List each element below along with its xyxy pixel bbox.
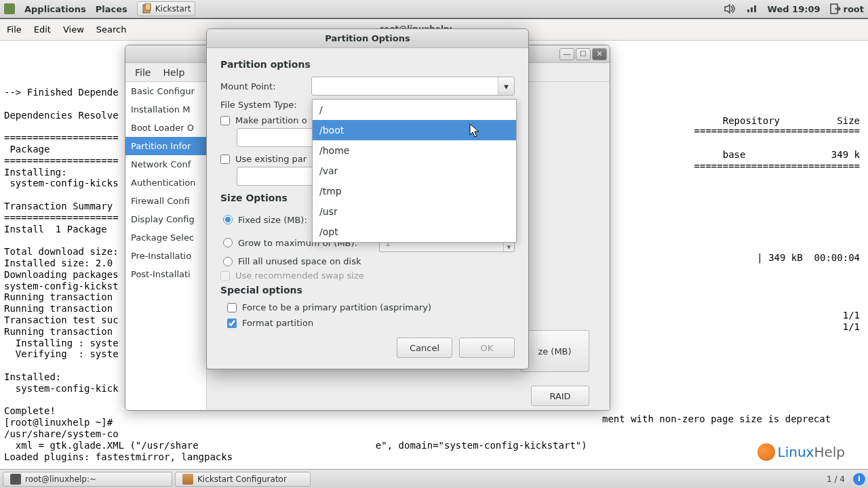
sidebar-item-firewall[interactable]: Firewall Confi <box>125 192 206 210</box>
dropdown-option-opt[interactable]: /opt <box>313 222 516 242</box>
kickstart-sidebar: Basic Configur Installation M Boot Loade… <box>125 82 207 410</box>
mount-point-dropdown[interactable]: / /boot /home /var /tmp /usr /opt <box>312 99 517 243</box>
terminal-menu-file[interactable]: File <box>7 24 22 35</box>
mount-point-combo[interactable]: ▾ <box>311 77 515 96</box>
section-special-options: Special options <box>220 285 515 296</box>
chevron-down-icon[interactable]: ▾ <box>498 77 514 95</box>
sidebar-item-package[interactable]: Package Selec <box>125 228 206 247</box>
terminal-icon <box>10 474 21 485</box>
terminal-menu-search[interactable]: Search <box>96 24 127 35</box>
primary-checkbox[interactable] <box>227 303 237 312</box>
format-label: Format partition <box>242 318 313 328</box>
swap-label: Use recommended swap size <box>235 270 364 281</box>
sidebar-item-install[interactable]: Installation M <box>125 100 206 119</box>
sidebar-item-pre[interactable]: Pre-Installatio <box>125 247 206 265</box>
fixed-size-radio[interactable] <box>223 215 233 224</box>
linuxhelp-watermark: LinuxHelp <box>757 443 846 461</box>
fill-label: Fill all unused space on disk <box>238 256 361 266</box>
ks-menu-file[interactable]: File <box>135 67 151 78</box>
menu-places[interactable]: Places <box>96 4 127 14</box>
use-existing-checkbox[interactable] <box>220 155 230 164</box>
taskbar-app-kickstart[interactable]: Kickstart <box>137 1 196 16</box>
size-mb-panel: ze (MB) <box>520 330 589 372</box>
sidebar-item-basic[interactable]: Basic Configur <box>125 82 206 100</box>
sidebar-item-display[interactable]: Display Config <box>125 210 206 228</box>
minimize-button[interactable]: ― <box>559 48 574 60</box>
info-icon[interactable]: i <box>853 473 865 485</box>
user-menu[interactable]: root <box>830 3 865 14</box>
close-button[interactable]: ✕ <box>592 48 607 60</box>
fixed-size-label: Fixed size (MB): <box>238 215 307 225</box>
terminal-menu-edit[interactable]: Edit <box>34 24 51 35</box>
raid-button[interactable]: RAID <box>531 386 589 406</box>
format-checkbox[interactable] <box>227 319 237 328</box>
menu-applications[interactable]: Applications <box>24 4 86 14</box>
dropdown-option-root[interactable]: / <box>313 100 516 120</box>
stepper-down-icon: ▼ <box>503 243 514 251</box>
sidebar-item-network[interactable]: Network Conf <box>125 155 206 174</box>
kickstart-icon <box>142 3 153 14</box>
network-icon[interactable] <box>746 4 758 14</box>
clock[interactable]: Wed 19:09 <box>768 4 821 14</box>
dropdown-option-boot[interactable]: /boot <box>313 120 516 140</box>
ks-menu-help[interactable]: Help <box>163 67 184 78</box>
maximize-button[interactable]: ☐ <box>576 48 591 60</box>
linuxhelp-icon <box>757 443 775 461</box>
sidebar-item-post[interactable]: Post-Installati <box>125 265 206 283</box>
primary-label: Force to be a primary partition (asprima… <box>242 302 431 312</box>
cancel-button[interactable]: Cancel <box>397 338 452 358</box>
dropdown-option-tmp[interactable]: /tmp <box>313 181 516 201</box>
bottom-panel: root@linuxhelp:~ Kickstart Configurator … <box>0 469 868 488</box>
use-existing-label: Use existing par <box>235 154 307 164</box>
workspace-indicator[interactable]: 1 / 4 <box>823 474 849 484</box>
mount-point-label: Mount Point: <box>220 81 304 92</box>
logout-icon <box>830 3 841 14</box>
terminal-right-column: Repository Size ========================… <box>670 62 860 176</box>
fs-type-label: File System Type: <box>220 100 304 110</box>
dialog-title: Partition Options <box>207 29 528 48</box>
swap-checkbox <box>220 271 230 281</box>
section-partition-options: Partition options <box>220 59 515 70</box>
make-partition-label: Make partition o <box>235 115 307 125</box>
task-kickstart[interactable]: Kickstart Configurator <box>175 472 311 487</box>
sidebar-item-auth[interactable]: Authentication <box>125 174 206 192</box>
task-terminal[interactable]: root@linuxhelp:~ <box>3 472 172 487</box>
taskbar-app-label: Kickstart <box>155 4 191 14</box>
dropdown-option-home[interactable]: /home <box>313 140 516 161</box>
dropdown-option-usr[interactable]: /usr <box>313 201 516 222</box>
gnome-foot-icon <box>4 3 15 14</box>
grow-radio[interactable] <box>223 238 233 247</box>
kickstart-task-icon <box>182 474 193 485</box>
user-label: root <box>844 4 865 14</box>
sidebar-item-partition[interactable]: Partition Infor <box>125 137 206 155</box>
svg-rect-1 <box>145 3 151 10</box>
terminal-menu-view[interactable]: View <box>63 24 84 35</box>
make-partition-checkbox[interactable] <box>220 116 230 125</box>
volume-icon[interactable] <box>724 4 736 14</box>
fill-radio[interactable] <box>223 257 233 266</box>
ok-button[interactable]: OK <box>459 338 515 358</box>
top-panel: Applications Places Kickstart Wed 19:09 … <box>0 0 868 18</box>
sidebar-item-bootloader[interactable]: Boot Loader O <box>125 119 206 137</box>
dropdown-option-var[interactable]: /var <box>313 161 516 181</box>
